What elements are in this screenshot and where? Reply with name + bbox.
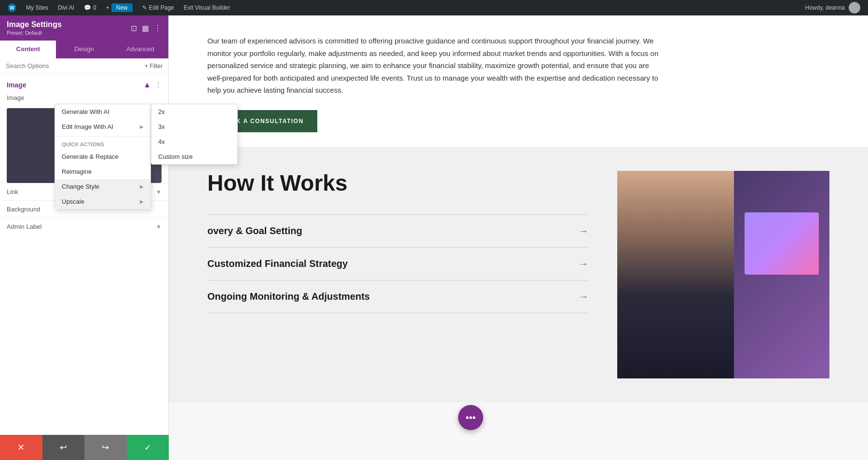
collapse-icon[interactable]: ▲ bbox=[143, 81, 151, 89]
upscale-4x[interactable]: 4x bbox=[151, 134, 237, 149]
pencil-icon: ✎ bbox=[142, 4, 147, 11]
upscale-item[interactable]: Upscale ▶ bbox=[55, 194, 150, 209]
main-content: Our team of experienced advisors is comm… bbox=[169, 15, 868, 460]
upscale-custom-size[interactable]: Custom size bbox=[151, 149, 237, 164]
sidebar-title: Image Settings bbox=[7, 20, 62, 29]
new-item[interactable]: + New bbox=[102, 0, 136, 15]
bottom-toolbar: ✕ ↩ ↪ ✓ bbox=[0, 435, 169, 460]
how-image-screen bbox=[745, 212, 819, 275]
image-field-label: Image bbox=[7, 94, 162, 101]
section-title: Image bbox=[7, 81, 26, 89]
change-style-item[interactable]: Change Style ▶ bbox=[55, 179, 150, 194]
float-menu-icon: ••• bbox=[465, 412, 475, 423]
filter-button[interactable]: + Filter bbox=[145, 63, 163, 70]
tab-content[interactable]: Content bbox=[0, 41, 56, 58]
comment-count: 0 bbox=[93, 4, 96, 11]
divi-ai-label: Divi AI bbox=[58, 4, 74, 11]
how-title: How It Works bbox=[207, 171, 588, 195]
exit-builder-label: Exit Visual Builder bbox=[184, 4, 231, 11]
my-sites-label: My Sites bbox=[26, 4, 48, 11]
save-icon: ✓ bbox=[144, 442, 151, 453]
monitoring-arrow: → bbox=[579, 291, 588, 302]
discovery-label: overy & Goal Setting bbox=[207, 225, 302, 237]
reimagine-item[interactable]: Reimagine bbox=[55, 164, 150, 179]
edit-page-item[interactable]: ✎ Edit Page bbox=[138, 0, 178, 15]
sidebar-tabs: Content Design Advanced bbox=[0, 41, 168, 58]
how-image bbox=[617, 171, 829, 378]
search-input[interactable] bbox=[6, 62, 145, 70]
sidebar-preset[interactable]: Preset: Default bbox=[7, 30, 62, 36]
redo-icon: ↪ bbox=[102, 442, 109, 453]
admin-label-field[interactable]: Admin Label ▼ bbox=[0, 218, 168, 235]
plus-icon: + bbox=[106, 4, 109, 11]
content-top-section: Our team of experienced advisors is comm… bbox=[169, 15, 868, 147]
redo-button[interactable]: ↪ bbox=[84, 435, 127, 460]
change-style-chevron: ▶ bbox=[140, 184, 144, 189]
more-icon[interactable]: ⋮ bbox=[154, 24, 162, 33]
how-section: How It Works overy & Goal Setting → Cust… bbox=[169, 147, 868, 403]
howdy-label: Howdy, deanna bbox=[805, 4, 845, 11]
undo-icon: ↩ bbox=[60, 442, 67, 453]
float-menu-button[interactable]: ••• bbox=[458, 405, 483, 430]
section-icons: ▲ ⋮ bbox=[143, 81, 162, 89]
tab-advanced[interactable]: Advanced bbox=[112, 41, 168, 58]
chevron-right-icon: ▶ bbox=[140, 124, 144, 129]
filter-label: + Filter bbox=[145, 63, 163, 70]
avatar bbox=[849, 2, 860, 14]
context-menu: Generate With AI Edit Image With AI ▶ Qu… bbox=[54, 104, 151, 209]
how-right bbox=[617, 171, 829, 378]
monitoring-label: Ongoing Monitoring & Adjustments bbox=[207, 291, 370, 302]
sidebar-header: Image Settings Preset: Default ⊡ ▦ ⋮ bbox=[0, 15, 168, 41]
generate-replace-item[interactable]: Generate & Replace bbox=[55, 149, 150, 164]
save-button[interactable]: ✓ bbox=[127, 435, 169, 460]
admin-bar: W My Sites Divi AI 💬 0 + New ✎ Edit Page… bbox=[0, 0, 868, 15]
section-header: Image ▲ ⋮ bbox=[7, 81, 162, 89]
sidebar-title-area: Image Settings Preset: Default bbox=[7, 20, 62, 36]
admin-bar-right: Howdy, deanna bbox=[801, 0, 865, 15]
accordion-item-discovery[interactable]: overy & Goal Setting → bbox=[207, 214, 588, 247]
section-more-icon[interactable]: ⋮ bbox=[155, 81, 162, 89]
comments-item[interactable]: 💬 0 bbox=[80, 0, 100, 15]
image-section: Image ▲ ⋮ Image bbox=[0, 74, 168, 108]
generate-with-ai-item[interactable]: Generate With AI bbox=[55, 104, 150, 119]
upscale-submenu: 2x 3x 4x Custom size bbox=[151, 104, 238, 165]
divi-ai-item[interactable]: Divi AI bbox=[54, 0, 78, 15]
columns-icon[interactable]: ▦ bbox=[142, 24, 149, 33]
admin-label-label: Admin Label bbox=[7, 223, 41, 230]
cancel-button[interactable]: ✕ bbox=[0, 435, 42, 460]
strategy-arrow: → bbox=[579, 258, 588, 269]
image-settings-panel: Image Settings Preset: Default ⊡ ▦ ⋮ Con… bbox=[0, 15, 169, 460]
search-area: + Filter bbox=[0, 58, 168, 74]
accordion-item-strategy[interactable]: Customized Financial Strategy → bbox=[207, 247, 588, 280]
fullscreen-icon[interactable]: ⊡ bbox=[131, 24, 137, 33]
background-label: Background bbox=[7, 206, 40, 213]
accordion-item-monitoring[interactable]: Ongoing Monitoring & Adjustments → bbox=[207, 280, 588, 313]
edit-page-label: Edit Page bbox=[149, 4, 174, 11]
undo-button[interactable]: ↩ bbox=[42, 435, 85, 460]
link-arrow: ▼ bbox=[156, 189, 162, 195]
howdy-item[interactable]: Howdy, deanna bbox=[801, 0, 865, 15]
cancel-icon: ✕ bbox=[17, 442, 25, 453]
quick-actions-label: Quick Actions bbox=[55, 139, 150, 149]
wp-icon: W bbox=[8, 3, 16, 12]
comment-icon: 💬 bbox=[84, 4, 91, 11]
how-left: How It Works overy & Goal Setting → Cust… bbox=[207, 171, 588, 314]
my-sites-item[interactable]: My Sites bbox=[22, 0, 52, 15]
new-label[interactable]: New bbox=[111, 3, 133, 12]
upscale-chevron: ▶ bbox=[140, 199, 144, 204]
body-text: Our team of experienced advisors is comm… bbox=[207, 35, 665, 97]
exit-builder-item[interactable]: Exit Visual Builder bbox=[180, 0, 234, 15]
tab-design[interactable]: Design bbox=[56, 41, 112, 58]
upscale-2x[interactable]: 2x bbox=[151, 104, 237, 119]
discovery-arrow: → bbox=[579, 225, 588, 237]
edit-image-with-ai-item[interactable]: Edit Image With AI ▶ bbox=[55, 119, 150, 134]
admin-label-arrow: ▼ bbox=[156, 223, 162, 230]
wp-logo-item[interactable]: W bbox=[4, 0, 20, 15]
how-image-monitor bbox=[734, 171, 829, 378]
strategy-label: Customized Financial Strategy bbox=[207, 258, 348, 269]
upscale-3x[interactable]: 3x bbox=[151, 119, 237, 134]
context-menu-divider bbox=[55, 136, 150, 137]
sidebar-header-icons: ⊡ ▦ ⋮ bbox=[131, 24, 162, 33]
link-label: Link bbox=[7, 188, 18, 195]
